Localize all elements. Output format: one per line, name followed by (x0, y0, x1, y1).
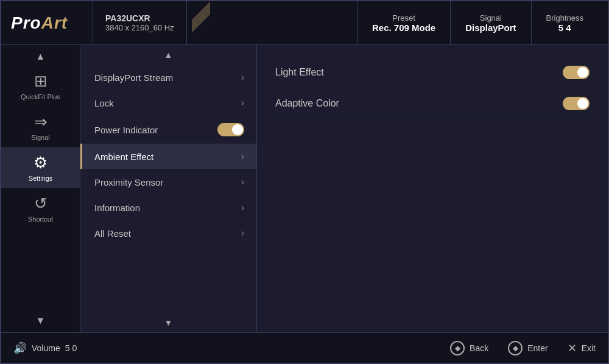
menu-information-label: Information (94, 203, 140, 213)
menu-item-displayport[interactable]: DisplayPort Stream › (80, 65, 256, 90)
chevron-icon: › (241, 202, 244, 213)
right-panel-adaptive-color: Adaptive Color (275, 88, 590, 119)
sidebar: ▲ ⊞ QuickFit Plus ⇒ Signal ⚙ Settings ↺ … (1, 45, 80, 332)
adaptive-color-label: Adaptive Color (275, 98, 339, 109)
sidebar-down-arrow[interactable]: ▼ (1, 312, 80, 330)
volume-icon: 🔊 (13, 341, 27, 355)
chevron-icon: › (241, 72, 244, 83)
sidebar-item-shortcut[interactable]: ↺ Shortcut (1, 188, 80, 229)
menu-item-information[interactable]: Information › (80, 195, 256, 220)
light-effect-toggle[interactable] (563, 66, 590, 79)
chevron-icon: › (241, 177, 244, 187)
menu-lock-label: Lock (94, 98, 114, 108)
monitor-model: PA32UCXR (105, 13, 174, 23)
volume-label: Volume (32, 343, 60, 353)
menu-item-lock[interactable]: Lock › (80, 90, 256, 116)
menu-displayport-label: DisplayPort Stream (94, 72, 173, 83)
back-icon (450, 341, 465, 355)
menu-power-right (217, 123, 244, 136)
logo-art: Art (41, 13, 68, 32)
menu-column: ▲ DisplayPort Stream › Lock › Power Indi… (80, 45, 257, 332)
logo-pro: Pro (11, 13, 41, 32)
light-effect-label: Light Effect (275, 67, 324, 78)
signal-icon: ⇒ (34, 113, 48, 131)
sidebar-item-settings[interactable]: ⚙ Settings (1, 147, 80, 188)
signal-value: DisplayPort (465, 23, 516, 33)
sidebar-settings-label: Settings (29, 175, 53, 182)
logo-area: ProArt (11, 1, 93, 44)
menu-power-label: Power Indicator (94, 125, 158, 135)
sidebar-item-quickfit[interactable]: ⊞ QuickFit Plus (1, 66, 80, 107)
screen: ProArt PA32UCXR 3840 x 2160_60 Hz Preset… (0, 0, 609, 364)
sidebar-signal-label: Signal (31, 134, 50, 141)
signal-label: Signal (480, 13, 502, 23)
toggle-knob (577, 67, 588, 78)
toggle-knob (232, 124, 243, 135)
shortcut-icon: ↺ (34, 194, 48, 213)
menu-displayport-right: › (241, 72, 244, 83)
exit-button[interactable]: ✕ Exit (568, 341, 596, 355)
brightness-stat: Brightness 5 4 (531, 1, 598, 44)
preset-value: Rec. 709 Mode (372, 23, 435, 33)
chevron-icon: › (241, 97, 244, 108)
menu-item-power[interactable]: Power Indicator (80, 116, 256, 144)
adaptive-color-toggle[interactable] (563, 97, 590, 110)
brightness-label: Brightness (546, 13, 583, 23)
menu-up-arrow[interactable]: ▲ (80, 45, 256, 65)
exit-label: Exit (582, 343, 596, 353)
menu-lock-right: › (241, 97, 244, 108)
right-panel: Light Effect Adaptive Color (257, 45, 608, 332)
settings-icon: ⚙ (33, 153, 48, 172)
enter-label: Enter (527, 343, 547, 353)
quickfit-icon: ⊞ (34, 72, 48, 91)
menu-proximity-label: Proximity Sensor (94, 177, 163, 187)
back-label: Back (470, 343, 488, 353)
toggle-knob (577, 98, 588, 109)
signal-stat: Signal DisplayPort (450, 1, 530, 44)
preset-label: Preset (392, 13, 415, 23)
menu-allreset-label: All Reset (94, 228, 131, 239)
menu-item-ambient[interactable]: Ambient Effect › (80, 144, 256, 169)
main-content: ▲ ⊞ QuickFit Plus ⇒ Signal ⚙ Settings ↺ … (1, 45, 608, 332)
menu-item-allreset[interactable]: All Reset › (80, 220, 256, 246)
right-panel-light-effect: Light Effect (275, 57, 590, 88)
sidebar-shortcut-label: Shortcut (28, 215, 53, 223)
brightness-value: 5 4 (558, 23, 571, 33)
sidebar-up-arrow[interactable]: ▲ (1, 47, 80, 66)
monitor-info: PA32UCXR 3840 x 2160_60 Hz (93, 1, 187, 44)
header: ProArt PA32UCXR 3840 x 2160_60 Hz Preset… (1, 1, 608, 45)
menu-ambient-right: › (241, 151, 244, 162)
enter-button[interactable]: Enter (508, 341, 547, 355)
power-indicator-toggle[interactable] (217, 123, 244, 136)
volume-area: 🔊 Volume 5 0 (13, 341, 77, 355)
diagonal-decor (192, 1, 210, 45)
menu-information-right: › (241, 202, 244, 213)
menu-proximity-right: › (241, 177, 244, 187)
menu-item-proximity[interactable]: Proximity Sensor › (80, 169, 256, 195)
monitor-resolution: 3840 x 2160_60 Hz (105, 23, 174, 32)
menu-ambient-label: Ambient Effect (94, 152, 153, 162)
menu-allreset-right: › (241, 228, 244, 239)
enter-icon (508, 341, 523, 355)
chevron-icon: › (241, 228, 244, 239)
menu-down-arrow[interactable]: ▼ (80, 313, 256, 332)
volume-value: 5 0 (65, 343, 77, 353)
logo: ProArt (11, 13, 68, 33)
sidebar-item-signal[interactable]: ⇒ Signal (1, 107, 80, 147)
bottom-controls: Back Enter ✕ Exit (450, 341, 596, 355)
preset-stat: Preset Rec. 709 Mode (357, 1, 450, 44)
back-button[interactable]: Back (450, 341, 488, 355)
bottom-bar: 🔊 Volume 5 0 Back Enter ✕ Exit (1, 332, 608, 363)
chevron-icon: › (241, 151, 244, 162)
exit-icon: ✕ (568, 341, 577, 355)
sidebar-quickfit-label: QuickFit Plus (21, 93, 60, 100)
